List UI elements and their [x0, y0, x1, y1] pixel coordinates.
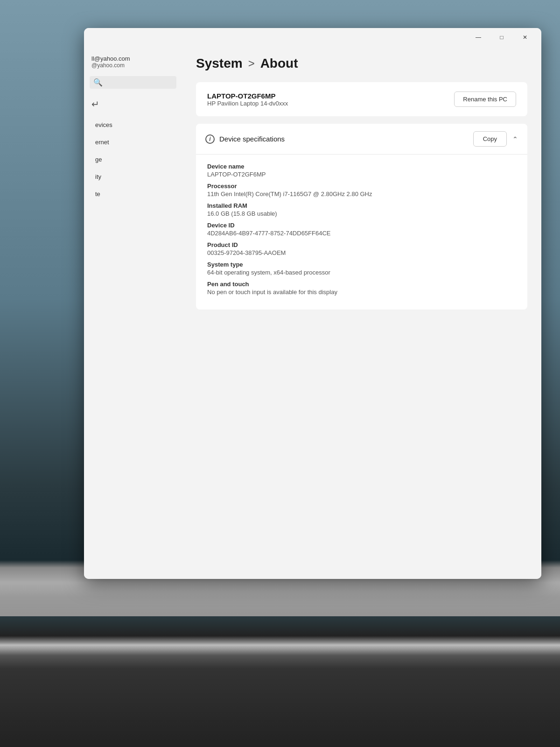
cursor-icon: ↵: [91, 99, 99, 110]
pc-info-card: LAPTOP-OT2GF6MP HP Pavilion Laptop 14-dv…: [196, 82, 527, 116]
spec-row: Processor11th Gen Intel(R) Core(TM) i7-1…: [207, 183, 516, 197]
spec-label: Device name: [207, 163, 516, 170]
sidebar-email-domain: @yahoo.com: [91, 62, 175, 69]
sidebar-item-te[interactable]: te: [88, 186, 178, 202]
pc-model: HP Pavilion Laptop 14-dv0xxx: [207, 100, 288, 107]
screen-area: — □ ✕ ll@yahoo.com @yahoo.com 🔍 ↵: [0, 9, 560, 607]
specs-header-left: i Device specifications: [205, 134, 285, 144]
sidebar-email-partial: ll@yahoo.com: [91, 55, 175, 62]
spec-label: System type: [207, 261, 516, 268]
sidebar-search-box[interactable]: 🔍: [90, 76, 176, 89]
sidebar-email: ll@yahoo.com @yahoo.com: [84, 51, 182, 72]
spec-value: 16.0 GB (15.8 GB usable): [207, 210, 516, 217]
sidebar: ll@yahoo.com @yahoo.com 🔍 ↵ evices ernet: [84, 47, 182, 579]
maximize-button[interactable]: □: [491, 30, 512, 45]
title-bar: — □ ✕: [84, 28, 541, 47]
spec-row: Device ID4D284AB6-4B97-4777-8752-74DD65F…: [207, 222, 516, 237]
breadcrumb-current: About: [260, 56, 298, 71]
spec-row: Pen and touchNo pen or touch input is av…: [207, 281, 516, 296]
spec-label: Installed RAM: [207, 202, 516, 209]
search-icon: 🔍: [93, 78, 103, 87]
sidebar-item-internet[interactable]: ernet: [88, 134, 178, 150]
cursor-area: ↵: [84, 92, 182, 116]
specs-header: i Device specifications Copy ⌃: [196, 124, 527, 155]
specs-header-right: Copy ⌃: [473, 131, 518, 147]
spec-row: Device nameLAPTOP-OT2GF6MP: [207, 163, 516, 178]
copy-button[interactable]: Copy: [473, 131, 507, 147]
specs-section-title: Device specifications: [219, 135, 285, 143]
breadcrumb-separator: >: [248, 57, 255, 70]
window-body: ll@yahoo.com @yahoo.com 🔍 ↵ evices ernet: [84, 47, 541, 579]
chevron-up-icon[interactable]: ⌃: [512, 135, 518, 143]
pc-info-text: LAPTOP-OT2GF6MP HP Pavilion Laptop 14-dv…: [207, 92, 288, 107]
bottom-bezel: [0, 616, 560, 747]
main-content: System > About LAPTOP-OT2GF6MP HP Pavili…: [182, 47, 541, 579]
settings-window: — □ ✕ ll@yahoo.com @yahoo.com 🔍 ↵: [84, 28, 541, 579]
spec-value: 4D284AB6-4B97-4777-8752-74DD65FF64CE: [207, 230, 516, 237]
device-specs-section: i Device specifications Copy ⌃ Device na…: [196, 124, 527, 310]
spec-label: Product ID: [207, 241, 516, 248]
sidebar-item-ity[interactable]: ity: [88, 169, 178, 185]
breadcrumb-parent: System: [196, 56, 243, 71]
spec-row: Product ID00325-97204-38795-AAOEM: [207, 241, 516, 256]
spec-value: LAPTOP-OT2GF6MP: [207, 171, 516, 178]
spec-label: Device ID: [207, 222, 516, 229]
spec-value: 00325-97204-38795-AAOEM: [207, 249, 516, 256]
specs-body: Device nameLAPTOP-OT2GF6MPProcessor11th …: [196, 155, 527, 310]
spec-label: Pen and touch: [207, 281, 516, 288]
window-controls: — □ ✕: [468, 30, 536, 45]
minimize-button[interactable]: —: [468, 30, 489, 45]
spec-row: Installed RAM16.0 GB (15.8 GB usable): [207, 202, 516, 217]
sidebar-item-devices[interactable]: evices: [88, 117, 178, 133]
pc-name: LAPTOP-OT2GF6MP: [207, 92, 288, 100]
spec-row: System type64-bit operating system, x64-…: [207, 261, 516, 276]
breadcrumb: System > About: [196, 56, 527, 71]
info-icon: i: [205, 134, 215, 144]
spec-value: No pen or touch input is available for t…: [207, 289, 516, 296]
spec-value: 64-bit operating system, x64-based proce…: [207, 269, 516, 276]
sidebar-item-ge[interactable]: ge: [88, 151, 178, 168]
close-button[interactable]: ✕: [514, 30, 536, 45]
spec-value: 11th Gen Intel(R) Core(TM) i7-1165G7 @ 2…: [207, 190, 516, 197]
search-input[interactable]: [105, 79, 173, 86]
spec-label: Processor: [207, 183, 516, 190]
rename-pc-button[interactable]: Rename this PC: [454, 92, 516, 107]
